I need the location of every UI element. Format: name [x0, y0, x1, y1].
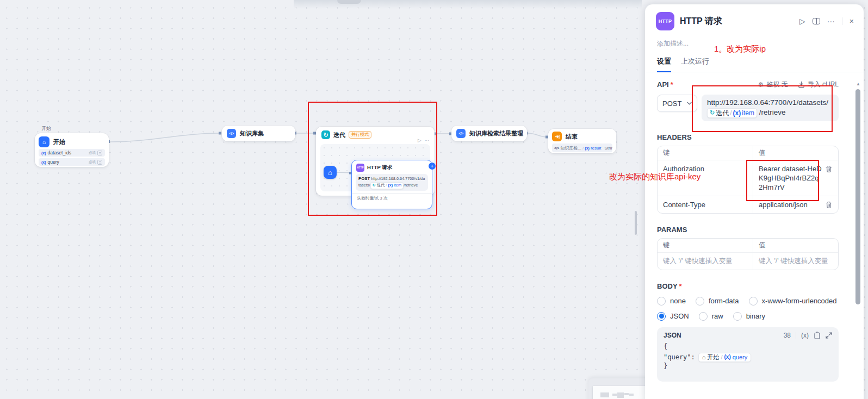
header-key-cell[interactable]: Content-Type [658, 196, 753, 213]
code-icon: </> [227, 129, 236, 138]
play-icon[interactable]: ▷ [418, 138, 421, 143]
node-title: HTTP 请求 [367, 164, 392, 171]
variable-icon: (x) [41, 151, 46, 155]
panel-tabs: 设置 上次运行 [645, 48, 864, 72]
import-curl-button[interactable]: 导入 cURL [808, 80, 839, 89]
param-value-input[interactable]: 键入 '/' 键快速插入变量 [753, 253, 838, 270]
node-config-panel: HTTP HTTP 请求 ▷ ··· × 设置 上次运行 API * ⚙ 鉴权 … [645, 4, 864, 399]
more-button[interactable]: ··· [827, 17, 835, 25]
start-var-dataset-ids[interactable]: (x) dataset_ids 必填 [39, 149, 105, 157]
variable-icon: (x) [585, 146, 590, 150]
http-icon: HTTP [656, 12, 674, 30]
api-label: API [657, 80, 669, 89]
required-asterisk: * [671, 80, 673, 89]
home-icon: ⌂ [328, 169, 332, 177]
json-editor[interactable]: JSON 38 (x) { "query": ⌂ 开始 / [657, 327, 839, 382]
radio-json[interactable]: JSON [657, 312, 689, 321]
delete-icon[interactable] [825, 201, 833, 209]
panel-scrollbar[interactable]: ▲ [855, 82, 861, 399]
radio-label: none [670, 297, 686, 305]
layout-split-button[interactable] [813, 18, 820, 24]
node-start[interactable]: ⌂ 开始 (x) dataset_ids 必填 (x) query 必填 [35, 133, 109, 167]
add-node-button[interactable]: + [429, 163, 436, 170]
node-title: 知识库检索结果整理 [469, 129, 523, 138]
params-section-label: PARAMS [657, 226, 839, 234]
variable-icon: (x) [724, 354, 731, 361]
home-icon: ⌂ [702, 354, 706, 361]
radio-x-www-form-urlencoded[interactable]: x-www-form-urlencoded [749, 297, 837, 306]
node-http-request[interactable]: HTTP HTTP 请求 + POSThttp://192.168.0.64:7… [351, 160, 432, 209]
radio-none[interactable]: none [657, 297, 686, 306]
description-input[interactable] [657, 40, 853, 47]
url-suffix: /retrieve [404, 183, 418, 188]
headers-table: 键 值 Authorization Bearer dataset-HeDK9gH… [657, 146, 839, 214]
path-separator: / [582, 146, 584, 151]
json-close-brace: } [664, 362, 832, 370]
scroll-up-icon[interactable]: ▲ [855, 82, 861, 86]
node-iteration[interactable]: ↻ 迭代 并行模式 ▷ ··· ⌂ HTTP HTTP 请求 + [316, 127, 435, 196]
variable-icon: (x) [41, 160, 46, 164]
copy-icon[interactable] [814, 332, 821, 339]
home-icon: ⌂ [39, 136, 49, 147]
param-key-input[interactable]: 键入 '/' 键快速插入变量 [658, 253, 753, 270]
code-icon: </> [456, 129, 466, 138]
radio-binary[interactable]: binary [733, 312, 765, 321]
iteration-start-node[interactable]: ⌂ [324, 166, 337, 179]
divider [796, 332, 796, 339]
start-var-query[interactable]: (x) query 必填 [39, 158, 105, 166]
http-icon: HTTP [356, 164, 364, 172]
node-end[interactable]: 结束 </> 知识库检... / (x) result String [548, 129, 616, 153]
header-row-authorization: Authorization Bearer dataset-HeDK9gHBqPn… [658, 160, 838, 196]
value-column-header: 值 [753, 239, 838, 252]
variable-icon: (x) [388, 183, 393, 189]
radio-circle [657, 297, 666, 306]
gear-icon: ⚙ [758, 81, 764, 89]
url-variable-pill[interactable]: ↻迭代/(x)item [707, 108, 757, 118]
divider [842, 17, 842, 25]
node-title: 开始 [53, 138, 65, 146]
end-icon [552, 132, 562, 141]
scrollbar-thumb[interactable] [855, 89, 860, 304]
node-title: 知识库集 [240, 129, 264, 138]
panel-resize-handle[interactable] [635, 211, 637, 235]
path-separator: / [386, 183, 387, 189]
minimap-node [617, 392, 624, 398]
run-button[interactable]: ▷ [799, 17, 805, 25]
radio-circle [657, 312, 666, 321]
body-section-label: BODY * [657, 282, 839, 290]
url-prefix: http://192.168.0.64:7700/v1/datasets/ [707, 98, 828, 107]
more-icon[interactable]: ··· [425, 138, 430, 143]
iteration-icon: ↻ [321, 130, 330, 139]
api-url-input[interactable]: http://192.168.0.64:7700/v1/datasets/↻迭代… [702, 95, 839, 121]
insert-variable-icon[interactable]: (x) [801, 332, 809, 339]
header-key-cell[interactable]: Authorization [658, 160, 753, 196]
node-result-organize[interactable]: </> 知识库检索结果整理 [451, 126, 527, 141]
end-output-variable: </> 知识库检... / (x) result String [552, 144, 612, 152]
json-query-key: "query": [664, 353, 695, 361]
variable-type: String [604, 146, 612, 151]
radio-label: x-www-form-urlencoded [762, 297, 837, 305]
tab-settings[interactable]: 设置 [657, 57, 671, 72]
chevron-down-icon [687, 102, 692, 105]
toolbar-stub [337, 0, 361, 4]
method-select[interactable]: POST [657, 95, 697, 112]
iteration-canvas[interactable]: ⌂ HTTP HTTP 请求 + POSThttp://192.168.0.64… [320, 144, 430, 191]
params-table: 键 值 键入 '/' 键快速插入变量 键入 '/' 键快速插入变量 [657, 238, 839, 270]
path-separator: / [730, 109, 731, 117]
node-title: 迭代 [333, 131, 345, 139]
header-value-cell[interactable]: application/json [759, 200, 822, 209]
code-icon: </> [554, 146, 559, 150]
canvas-minimap[interactable] [588, 378, 648, 399]
node-knowledge-set[interactable]: </> 知识库集 [222, 126, 295, 141]
delete-icon[interactable] [825, 165, 833, 173]
expand-icon[interactable] [826, 332, 832, 339]
ref-node-name: 知识库检... [560, 145, 581, 151]
header-value-cell[interactable]: Bearer dataset-HeDK9gHBqPnI4rBZ2q2Hm7rV [759, 164, 822, 192]
variable-badge[interactable]: ⌂ 开始 / (x) query [698, 353, 751, 363]
radio-raw[interactable]: raw [699, 312, 723, 321]
radio-form-data[interactable]: form-data [696, 297, 739, 306]
close-button[interactable]: × [850, 17, 854, 25]
auth-button[interactable]: 鉴权 无 [766, 80, 788, 89]
tab-last-run[interactable]: 上次运行 [681, 57, 709, 72]
key-column-header: 键 [658, 239, 753, 252]
